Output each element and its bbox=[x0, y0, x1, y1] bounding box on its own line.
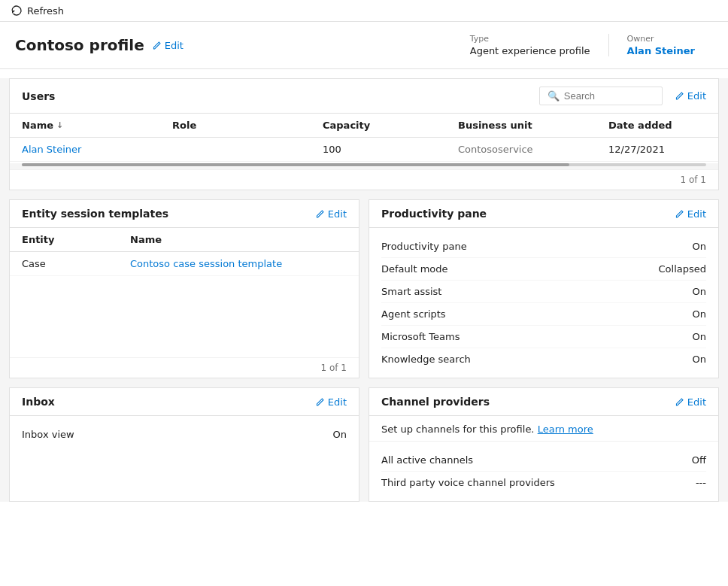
entity-session-panel: Entity session templates Edit Entity Nam… bbox=[9, 199, 359, 378]
user-date-added-cell: 12/27/2021 bbox=[608, 144, 706, 155]
refresh-button[interactable]: Refresh bbox=[11, 5, 64, 17]
productivity-edit-icon bbox=[675, 209, 684, 219]
productivity-pane-edit-link[interactable]: Edit bbox=[675, 208, 706, 220]
users-table-header: Name ↓ Role Capacity Business unit Date … bbox=[10, 114, 718, 138]
prod-prop-value-0: On bbox=[693, 241, 706, 252]
channel-providers-panel: Channel providers Edit Set up channels f… bbox=[369, 387, 719, 502]
meta-owner-value: Alan Steiner bbox=[627, 45, 695, 56]
entity-edit-icon bbox=[315, 209, 325, 219]
col-role: Role bbox=[172, 120, 323, 131]
users-edit-icon bbox=[675, 91, 684, 101]
channel-prop-value-0: Off bbox=[692, 454, 706, 466]
prod-prop-value-1: Collapsed bbox=[659, 263, 707, 275]
entity-session-title: Entity session templates bbox=[22, 208, 168, 220]
channel-prop-value-1: --- bbox=[696, 477, 706, 488]
inbox-title: Inbox bbox=[22, 396, 55, 408]
profile-title-section: Contoso profile Edit bbox=[15, 34, 184, 56]
prod-prop-value-3: On bbox=[693, 308, 706, 320]
meta-type-label: Type bbox=[470, 34, 590, 44]
channel-providers-header: Channel providers Edit bbox=[369, 388, 718, 416]
prod-prop-label-4: Microsoft Teams bbox=[381, 331, 460, 342]
prod-prop-row-2: Smart assist On bbox=[381, 281, 706, 303]
top-bar: Refresh bbox=[0, 0, 728, 22]
meta-type-value: Agent experience profile bbox=[470, 45, 590, 56]
user-name-cell[interactable]: Alan Steiner bbox=[22, 144, 172, 155]
entity-name-cell[interactable]: Contoso case session template bbox=[130, 258, 347, 269]
refresh-label: Refresh bbox=[27, 5, 64, 17]
productivity-pane-panel: Productivity pane Edit Productivity pane… bbox=[369, 199, 719, 378]
col-date-added: Date added bbox=[608, 120, 706, 131]
entity-session-table-header: Entity Name bbox=[10, 228, 359, 252]
users-table: Name ↓ Role Capacity Business unit Date … bbox=[10, 114, 718, 162]
prod-prop-row-3: Agent scripts On bbox=[381, 303, 706, 326]
edit-pencil-icon bbox=[152, 41, 162, 50]
productivity-pane-body: Productivity pane On Default mode Collap… bbox=[369, 228, 718, 378]
prod-prop-label-0: Productivity pane bbox=[381, 241, 467, 252]
entity-spacer bbox=[10, 276, 359, 357]
users-pagination: 1 of 1 bbox=[10, 169, 718, 190]
entity-session-edit-link[interactable]: Edit bbox=[315, 208, 347, 220]
table-row: Alan Steiner 100 Contososervice 12/27/20… bbox=[10, 138, 718, 162]
profile-title: Contoso profile bbox=[15, 36, 144, 54]
inbox-edit-icon bbox=[315, 397, 325, 407]
channel-prop-label-0: All active channels bbox=[381, 454, 473, 466]
users-section-title: Users bbox=[22, 90, 55, 102]
col-name: Name ↓ bbox=[22, 120, 172, 131]
channel-prop-label-1: Third party voice channel providers bbox=[381, 477, 555, 488]
meta-type: Type Agent experience profile bbox=[470, 34, 608, 56]
sort-arrow-icon: ↓ bbox=[56, 120, 63, 130]
entity-col-entity: Entity bbox=[22, 234, 130, 245]
scrollbar-track bbox=[22, 163, 706, 166]
prod-prop-value-4: On bbox=[693, 331, 706, 342]
prod-prop-row-0: Productivity pane On bbox=[381, 235, 706, 258]
prod-prop-label-1: Default mode bbox=[381, 263, 448, 275]
prod-prop-value-2: On bbox=[693, 286, 706, 297]
entity-pagination: 1 of 1 bbox=[10, 357, 359, 378]
col-capacity: Capacity bbox=[323, 120, 458, 131]
profile-meta: Type Agent experience profile Owner Alan… bbox=[470, 34, 713, 56]
inbox-prop-row-0: Inbox view On bbox=[22, 424, 347, 445]
col-business-unit: Business unit bbox=[458, 120, 608, 131]
inbox-prop-label-0: Inbox view bbox=[22, 429, 74, 440]
inbox-body: Inbox view On bbox=[10, 416, 359, 453]
users-section: Users 🔍 Edit Name ↓ bbox=[9, 78, 719, 190]
channel-providers-title: Channel providers bbox=[381, 396, 490, 408]
meta-owner-label: Owner bbox=[627, 34, 695, 44]
prod-prop-row-4: Microsoft Teams On bbox=[381, 326, 706, 348]
refresh-icon bbox=[11, 5, 23, 17]
entity-col-name: Name bbox=[130, 234, 347, 245]
channel-prop-row-0: All active channels Off bbox=[381, 449, 706, 472]
horizontal-scrollbar[interactable] bbox=[10, 163, 718, 169]
channel-providers-desc: Set up channels for this profile. Learn … bbox=[369, 416, 718, 442]
users-section-actions: 🔍 Edit bbox=[539, 87, 706, 105]
prod-prop-label-5: Knowledge search bbox=[381, 354, 471, 365]
channel-prop-row-1: Third party voice channel providers --- bbox=[381, 472, 706, 493]
prod-prop-row-5: Knowledge search On bbox=[381, 348, 706, 370]
channel-providers-body: All active channels Off Third party voic… bbox=[369, 442, 718, 501]
prod-prop-row-1: Default mode Collapsed bbox=[381, 258, 706, 281]
inbox-panel: Inbox Edit Inbox view On bbox=[9, 387, 359, 502]
inbox-edit-link[interactable]: Edit bbox=[315, 396, 347, 408]
learn-more-link[interactable]: Learn more bbox=[538, 424, 593, 435]
users-edit-link[interactable]: Edit bbox=[675, 90, 706, 102]
prod-prop-value-5: On bbox=[693, 354, 706, 365]
users-search-input[interactable] bbox=[564, 90, 654, 102]
scrollbar-thumb bbox=[22, 163, 569, 166]
channel-edit-icon bbox=[675, 397, 684, 407]
search-icon: 🔍 bbox=[548, 90, 560, 102]
entity-entity-cell: Case bbox=[22, 258, 130, 269]
prod-prop-label-3: Agent scripts bbox=[381, 308, 446, 320]
profile-edit-link[interactable]: Edit bbox=[152, 40, 184, 51]
bottom-sections: Inbox Edit Inbox view On Channel provide… bbox=[9, 387, 719, 502]
users-search-box[interactable]: 🔍 bbox=[539, 87, 663, 105]
inbox-header: Inbox Edit bbox=[10, 388, 359, 416]
prod-prop-label-2: Smart assist bbox=[381, 286, 441, 297]
entity-table-row: Case Contoso case session template bbox=[10, 252, 359, 276]
user-business-unit-cell: Contososervice bbox=[458, 144, 608, 155]
main-content: Users 🔍 Edit Name ↓ bbox=[0, 78, 728, 502]
middle-sections: Entity session templates Edit Entity Nam… bbox=[9, 199, 719, 378]
entity-session-header: Entity session templates Edit bbox=[10, 200, 359, 228]
user-capacity-cell: 100 bbox=[323, 144, 458, 155]
channel-providers-edit-link[interactable]: Edit bbox=[675, 396, 706, 408]
inbox-prop-value-0: On bbox=[333, 429, 347, 440]
